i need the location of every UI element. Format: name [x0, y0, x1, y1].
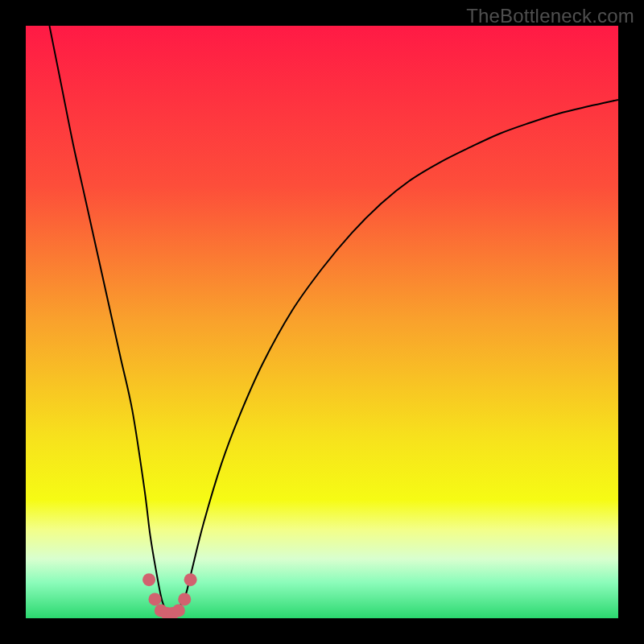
marker-point	[148, 592, 161, 605]
marker-point	[172, 604, 185, 617]
plot-svg	[26, 26, 618, 618]
marker-point	[142, 573, 155, 586]
marker-point	[184, 573, 197, 586]
watermark-text: TheBottleneck.com	[466, 5, 634, 27]
chart-frame: TheBottleneck.com	[0, 0, 644, 644]
plot-area	[26, 26, 618, 618]
marker-point	[178, 592, 191, 605]
gradient-background	[26, 26, 618, 618]
